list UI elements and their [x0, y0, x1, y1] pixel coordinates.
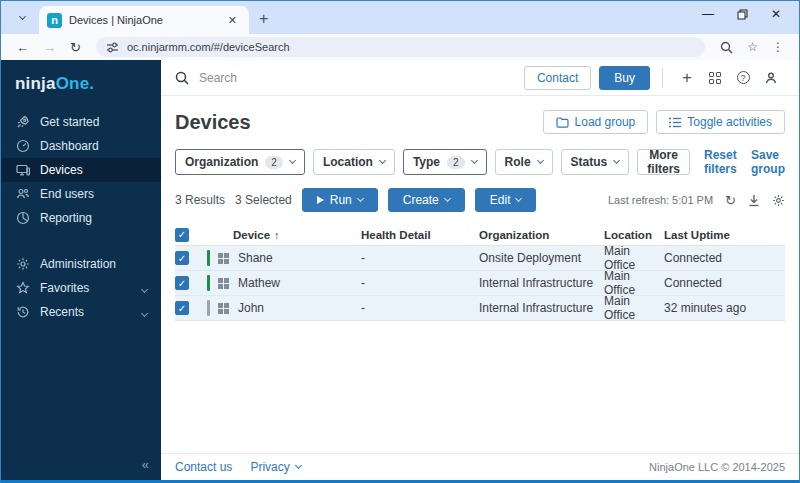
table-row[interactable]: ✓ Shane - Onsite Deployment Main Office …: [175, 246, 785, 271]
browser-menu-icon[interactable]: ⋮: [765, 40, 791, 54]
toggle-activities-button[interactable]: Toggle activities: [656, 110, 785, 134]
status-bar: [207, 275, 210, 291]
filter-type[interactable]: Type 2: [403, 149, 487, 175]
forward-icon[interactable]: →: [36, 40, 63, 55]
play-icon: [317, 196, 324, 204]
restore-icon: [737, 9, 748, 20]
reporting-icon: [15, 211, 30, 226]
filter-status[interactable]: Status: [561, 149, 630, 175]
sidebar-item-dashboard[interactable]: Dashboard: [1, 134, 161, 158]
sidebar-item-administration[interactable]: Administration: [1, 252, 161, 276]
sidebar-item-reporting[interactable]: Reporting: [1, 206, 161, 230]
help-icon[interactable]: ?: [729, 71, 757, 84]
window-controls: — ✕: [691, 1, 793, 27]
device-name[interactable]: John: [238, 301, 264, 315]
sidebar-item-get-started[interactable]: Get started: [1, 110, 161, 134]
chevron-down-icon: [142, 281, 147, 295]
create-button[interactable]: Create: [388, 188, 465, 212]
ninjaone-logo: ninjaOne.: [1, 60, 161, 110]
tab-close-icon[interactable]: ✕: [224, 12, 241, 29]
filter-location[interactable]: Location: [313, 149, 395, 175]
chevron-down-icon: [18, 13, 25, 20]
privacy-link[interactable]: Privacy: [250, 460, 300, 474]
refresh-icon[interactable]: ↻: [725, 193, 736, 208]
run-button[interactable]: Run: [302, 188, 378, 212]
filter-bar: Organization 2 Location Type 2 Role: [175, 148, 785, 176]
chevron-down-icon: [613, 157, 620, 164]
url-text: oc.ninjarmm.com/#/deviceSearch: [127, 41, 290, 53]
main-area: Search Contact Buy + ? Devices Load grou…: [161, 60, 799, 480]
sidebar-collapse-button[interactable]: «: [1, 449, 161, 480]
sidebar-item-devices[interactable]: Devices: [1, 158, 161, 182]
organization-cell: Internal Infrastructure: [479, 301, 604, 315]
buy-button[interactable]: Buy: [599, 66, 650, 90]
table-row[interactable]: ✓ John - Internal Infrastructure Main Of…: [175, 296, 785, 321]
apps-grid-icon[interactable]: [701, 72, 729, 84]
sidebar-item-label: Get started: [40, 115, 99, 129]
sidebar-item-favorites[interactable]: Favorites: [1, 276, 161, 300]
new-tab-button[interactable]: +: [259, 10, 268, 28]
close-button[interactable]: ✕: [759, 1, 793, 27]
chevron-down-icon: [537, 157, 544, 164]
page-content: Devices Load group Toggle activities: [161, 96, 799, 453]
table-settings-gear-icon[interactable]: [772, 194, 785, 207]
filter-count-badge: 2: [265, 156, 283, 169]
global-topbar: Search Contact Buy + ?: [161, 60, 799, 96]
toggle-activities-label: Toggle activities: [687, 115, 772, 129]
contact-button[interactable]: Contact: [524, 66, 591, 90]
status-bar: [207, 300, 210, 316]
edit-button[interactable]: Edit: [475, 188, 537, 212]
reload-icon[interactable]: ↻: [63, 40, 88, 55]
chevron-down-icon: [142, 305, 147, 319]
results-count: 3 Results: [175, 193, 225, 207]
sidebar-item-recents[interactable]: Recents: [1, 300, 161, 324]
device-name[interactable]: Mathew: [238, 276, 280, 290]
health-detail-cell: -: [361, 251, 479, 265]
chevron-down-icon: [357, 195, 364, 202]
back-icon[interactable]: ←: [9, 40, 36, 55]
copyright-text: NinjaOne LLC © 2014-2025: [649, 461, 785, 473]
tab-search-button[interactable]: [9, 6, 35, 30]
device-name[interactable]: Shane: [238, 251, 273, 265]
more-filters-button[interactable]: More filters: [637, 149, 690, 175]
end-users-icon: [15, 187, 30, 202]
minimize-button[interactable]: —: [691, 1, 725, 27]
location-cell: Main Office: [604, 294, 664, 322]
filter-label: Organization: [185, 155, 258, 169]
column-header-device[interactable]: Device↑: [207, 229, 361, 241]
reset-filters-link[interactable]: Reset filters: [704, 148, 737, 176]
browser-tab[interactable]: n Devices | NinjaOne ✕: [39, 6, 249, 34]
site-settings-icon[interactable]: [106, 41, 119, 54]
row-checkbox[interactable]: ✓: [175, 276, 189, 290]
profile-icon[interactable]: [757, 71, 785, 85]
zoom-icon[interactable]: [713, 41, 740, 54]
status-bar: [207, 250, 210, 266]
windows-icon: [218, 303, 229, 314]
add-icon[interactable]: +: [673, 68, 701, 88]
sidebar-item-end-users[interactable]: End users: [1, 182, 161, 206]
filter-label: Location: [323, 155, 373, 169]
devices-icon: [15, 163, 30, 178]
page-header: Devices Load group Toggle activities: [175, 110, 785, 134]
download-icon[interactable]: [748, 194, 760, 207]
save-group-link[interactable]: Save group: [751, 148, 785, 176]
load-group-button[interactable]: Load group: [543, 110, 649, 134]
column-header-health-detail[interactable]: Health Detail: [361, 229, 479, 241]
windows-icon: [218, 278, 229, 289]
bookmark-star-icon[interactable]: ☆: [740, 40, 765, 54]
column-header-last-uptime[interactable]: Last Uptime: [664, 229, 785, 241]
folder-icon: [556, 117, 569, 128]
filter-organization[interactable]: Organization 2: [175, 149, 305, 175]
table-row[interactable]: ✓ Mathew - Internal Infrastructure Main …: [175, 271, 785, 296]
search-input[interactable]: Search: [199, 71, 524, 85]
filter-role[interactable]: Role: [495, 149, 553, 175]
contact-us-link[interactable]: Contact us: [175, 460, 232, 474]
select-all-checkbox[interactable]: ✓: [175, 228, 189, 242]
health-detail-cell: -: [361, 276, 479, 290]
address-bar[interactable]: oc.ninjarmm.com/#/deviceSearch: [96, 37, 705, 57]
column-header-location[interactable]: Location: [604, 229, 664, 241]
row-checkbox[interactable]: ✓: [175, 251, 189, 265]
row-checkbox[interactable]: ✓: [175, 301, 189, 315]
restore-button[interactable]: [725, 1, 759, 27]
column-header-organization[interactable]: Organization: [479, 229, 604, 241]
